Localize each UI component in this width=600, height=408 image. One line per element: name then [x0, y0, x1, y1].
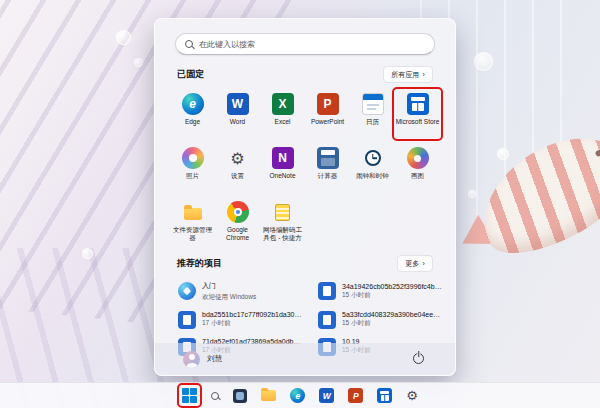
app-label: Edge — [171, 118, 215, 126]
chevron-right-icon: › — [422, 71, 425, 79]
app-label: 设置 — [216, 172, 260, 180]
power-button[interactable] — [410, 349, 427, 370]
start-button[interactable] — [180, 386, 199, 405]
calculator-icon — [317, 147, 339, 169]
edge-icon: e — [290, 388, 305, 403]
windows-logo-icon — [182, 388, 197, 403]
app-tile-codec-toolkit[interactable]: 网络编解码工具包 - 快捷方式 — [260, 198, 305, 246]
app-label: 画图 — [396, 172, 440, 180]
microsoft-store-icon — [377, 388, 392, 403]
chevron-right-icon: › — [422, 260, 425, 268]
power-icon — [413, 353, 424, 364]
app-label: 日历 — [351, 118, 395, 126]
task-view-icon — [233, 389, 247, 403]
taskbar-powerpoint-button[interactable]: P — [346, 386, 365, 405]
wallpaper-bubble — [134, 58, 143, 67]
taskbar-file-explorer-button[interactable] — [259, 388, 278, 403]
taskbar-settings-button[interactable]: ⚙ — [404, 387, 420, 404]
more-button[interactable]: 更多 › — [397, 255, 433, 272]
recommended-item-subtitle: 15 小时前 — [342, 291, 442, 300]
file-icon — [318, 311, 336, 329]
app-label: 闹钟和时钟 — [351, 172, 395, 180]
powerpoint-icon: P — [317, 93, 339, 115]
task-view-button[interactable] — [231, 387, 249, 405]
app-label: Excel — [261, 118, 305, 126]
pinned-title: 已固定 — [177, 68, 204, 81]
app-tile-calculator[interactable]: 计算器 — [305, 144, 350, 192]
taskbar-search-button[interactable] — [209, 390, 221, 402]
clock-icon — [362, 147, 384, 169]
file-icon — [318, 282, 336, 300]
folder-icon — [261, 390, 276, 401]
pinned-header: 已固定 所有应用 › — [177, 66, 433, 83]
recommended-item-title: 入门 — [202, 281, 256, 291]
word-icon: W — [227, 93, 249, 115]
recommended-item-title: 34a19426cb05b252f3996fc4b3ad18e... — [342, 283, 442, 290]
user-avatar — [183, 351, 200, 368]
wallpaper-bubble — [82, 248, 93, 259]
photos-icon — [182, 147, 204, 169]
more-label: 更多 — [405, 259, 419, 269]
app-label: PowerPoint — [306, 118, 350, 126]
powerpoint-icon: P — [348, 388, 363, 403]
app-tile-microsoft-store[interactable]: Microsoft Store — [395, 90, 440, 138]
app-tile-settings[interactable]: ⚙ 设置 — [215, 144, 260, 192]
app-tile-file-explorer[interactable]: 文件资源管理器 — [170, 198, 215, 246]
recommended-item-subtitle: 欢迎使用 Windows — [202, 293, 256, 302]
start-menu-footer: 刘慧 — [155, 343, 455, 375]
settings-gear-icon: ⚙ — [406, 389, 418, 402]
recommended-item-subtitle: 15 小时前 — [342, 319, 442, 328]
chrome-icon — [227, 201, 249, 223]
excel-icon: X — [272, 93, 294, 115]
file-icon — [178, 311, 196, 329]
wallpaper-bubble — [116, 30, 131, 45]
search-icon — [185, 40, 193, 48]
all-apps-button[interactable]: 所有应用 › — [383, 66, 433, 83]
recommended-title: 推荐的项目 — [177, 257, 222, 270]
app-label: 照片 — [171, 172, 215, 180]
edge-icon: e — [182, 93, 204, 115]
recommended-item-file[interactable]: 34a19426cb05b252f3996fc4b3ad18e... 15 小时… — [313, 278, 447, 305]
taskbar: e W P ⚙ — [0, 382, 600, 408]
all-apps-label: 所有应用 — [391, 70, 419, 80]
app-tile-word[interactable]: W Word — [215, 90, 260, 138]
word-icon: W — [319, 388, 334, 403]
settings-gear-icon: ⚙ — [227, 147, 249, 169]
microsoft-store-icon — [407, 93, 429, 115]
recommended-item-file[interactable]: bda2551bc17c77ff092b1da30044a9... 17 小时前 — [173, 308, 307, 332]
desktop: 已固定 所有应用 › e Edge W Word X Excel P Power… — [0, 0, 600, 408]
taskbar-word-button[interactable]: W — [317, 386, 336, 405]
app-tile-paint[interactable]: 画图 — [395, 144, 440, 192]
app-tile-powerpoint[interactable]: P PowerPoint — [305, 90, 350, 138]
recommended-header: 推荐的项目 更多 › — [177, 255, 433, 272]
app-tile-alarms-clock[interactable]: 闹钟和时钟 — [350, 144, 395, 192]
app-label: 网络编解码工具包 - 快捷方式 — [261, 226, 305, 243]
user-name: 刘慧 — [207, 354, 222, 364]
recommended-item-title: 5a33fcdd408329a390be04ee63c74... — [342, 311, 442, 318]
taskbar-edge-button[interactable]: e — [288, 386, 307, 405]
app-label: Word — [216, 118, 260, 126]
search-input[interactable] — [199, 40, 425, 49]
taskbar-store-button[interactable] — [375, 386, 394, 405]
app-tile-google-chrome[interactable]: Google Chrome — [215, 198, 260, 246]
pinned-grid: e Edge W Word X Excel P PowerPoint 日历 — [170, 90, 440, 246]
wallpaper-bubble — [474, 52, 493, 71]
app-tile-onenote[interactable]: N OneNote — [260, 144, 305, 192]
paint-palette-icon — [407, 147, 429, 169]
get-started-icon — [178, 282, 196, 300]
recommended-item-file[interactable]: 5a33fcdd408329a390be04ee63c74... 15 小时前 — [313, 308, 447, 332]
app-tile-edge[interactable]: e Edge — [170, 90, 215, 138]
app-label: Google Chrome — [216, 226, 260, 242]
app-label: Microsoft Store — [396, 118, 440, 126]
app-tile-photos[interactable]: 照片 — [170, 144, 215, 192]
app-tile-calendar[interactable]: 日历 — [350, 90, 395, 138]
user-profile-button[interactable]: 刘慧 — [183, 351, 222, 368]
recommended-item-subtitle: 17 小时前 — [202, 319, 302, 328]
app-tile-excel[interactable]: X Excel — [260, 90, 305, 138]
calendar-icon — [362, 93, 384, 115]
app-label: 计算器 — [306, 172, 350, 180]
recommended-item-get-started[interactable]: 入门 欢迎使用 Windows — [173, 278, 307, 305]
app-label: 文件资源管理器 — [171, 226, 215, 242]
recommended-item-title: bda2551bc17c77ff092b1da30044a9... — [202, 311, 302, 318]
search-box[interactable] — [175, 33, 435, 55]
